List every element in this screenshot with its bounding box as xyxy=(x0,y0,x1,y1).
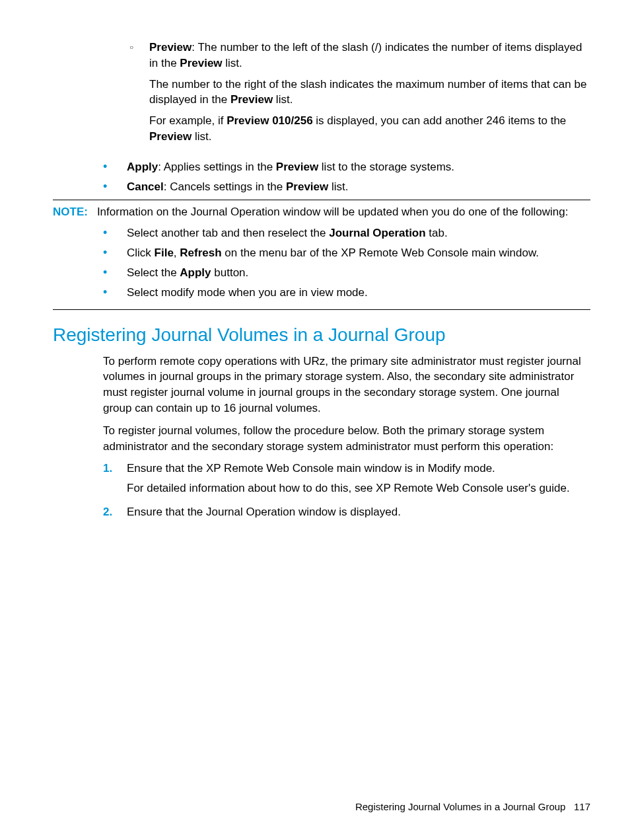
paragraph: To register journal volumes, follow the … xyxy=(103,423,590,455)
bullet-icon: • xyxy=(103,225,127,241)
bullet-hollow-icon: ○ xyxy=(129,40,149,150)
list-item: • Select modify mode when you are in vie… xyxy=(103,285,590,301)
list-item: • Cancel: Cancels settings in the Previe… xyxy=(103,179,590,195)
content-area: ○ Preview: The number to the left of the… xyxy=(103,40,590,524)
step-number: 1. xyxy=(103,461,127,500)
note-block: NOTE:Information on the Journal Operatio… xyxy=(53,200,590,310)
sub-bullet-list: ○ Preview: The number to the left of the… xyxy=(103,40,590,150)
list-item: 1. Ensure that the XP Remote Web Console… xyxy=(103,461,590,500)
page-number: 117 xyxy=(574,801,590,812)
bullet-icon: • xyxy=(103,265,127,281)
bullet-icon: • xyxy=(103,159,127,175)
note-label: NOTE: xyxy=(53,206,88,218)
list-item: 2. Ensure that the Journal Operation win… xyxy=(103,504,590,524)
list-item: • Select another tab and then reselect t… xyxy=(103,225,590,241)
list-item: • Apply: Applies settings in the Preview… xyxy=(103,159,590,175)
list-item: • Select the Apply button. xyxy=(103,265,590,281)
page-footer: Registering Journal Volumes in a Journal… xyxy=(355,800,590,814)
sub-bullet-text: Preview: The number to the left of the s… xyxy=(149,40,590,150)
bullet-icon: • xyxy=(103,179,127,195)
footer-title: Registering Journal Volumes in a Journal… xyxy=(355,801,566,812)
note-intro: NOTE:Information on the Journal Operatio… xyxy=(53,204,590,220)
bullet-icon: • xyxy=(103,285,127,301)
paragraph: To perform remote copy operations with U… xyxy=(103,354,590,416)
bullet-list: • Apply: Applies settings in the Preview… xyxy=(103,159,590,195)
step-number: 2. xyxy=(103,504,127,524)
bullet-icon: • xyxy=(103,245,127,261)
sub-bullet-item: ○ Preview: The number to the left of the… xyxy=(129,40,590,150)
list-item: • Click File, Refresh on the menu bar of… xyxy=(103,245,590,261)
section-heading: Registering Journal Volumes in a Journal… xyxy=(53,322,590,348)
ordered-list: 1. Ensure that the XP Remote Web Console… xyxy=(103,461,590,523)
document-page: ○ Preview: The number to the left of the… xyxy=(0,0,630,840)
